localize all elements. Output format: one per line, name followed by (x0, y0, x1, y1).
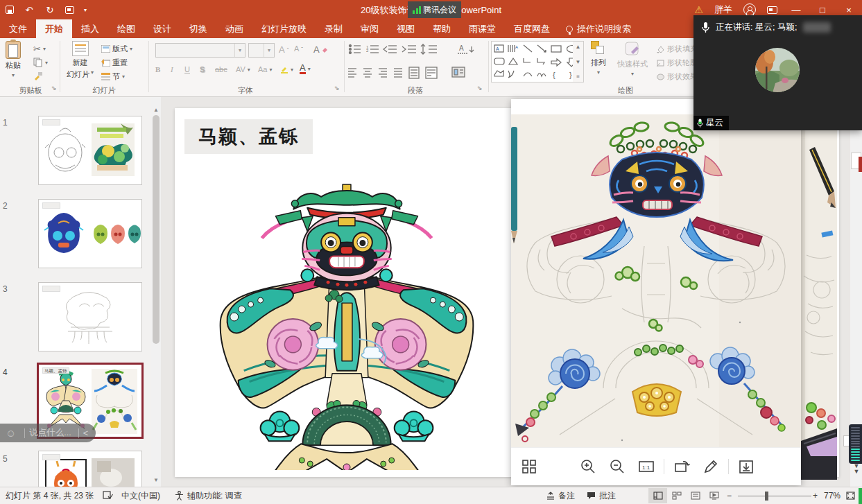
font-size-combo[interactable]: ▾ (248, 43, 275, 58)
fit-slide-to-window-button[interactable] (846, 487, 855, 504)
new-slide-button[interactable]: 新建 幻灯片▾ (67, 41, 94, 80)
comments-toggle[interactable]: 批注 (587, 487, 616, 504)
slide-sorter-view-button[interactable] (667, 488, 686, 503)
shape-outline-button[interactable]: 形状轮廓 (656, 58, 698, 68)
tab-review[interactable]: 审阅 (352, 19, 388, 38)
shape-fill-button[interactable]: 形状填充 (656, 44, 698, 54)
blurred-participant-name (803, 22, 831, 33)
zoom-out-icon[interactable] (609, 458, 626, 475)
section-button[interactable]: 节▾ (101, 71, 125, 82)
paste-icon (6, 41, 21, 59)
paragraph-buttons[interactable]: 12 A (348, 44, 484, 80)
slideshow-preview-icon[interactable] (65, 6, 74, 14)
tab-record[interactable]: 录制 (316, 19, 352, 38)
language-status[interactable]: 中文(中国) (121, 487, 160, 504)
photo-viewer-window[interactable]: 1:1 (511, 99, 801, 485)
spell-check-icon[interactable] (103, 487, 113, 504)
zoom-in-icon[interactable] (580, 458, 596, 475)
reading-view-button[interactable] (686, 488, 705, 503)
emoji-smiley-icon[interactable]: ☺ (6, 427, 16, 439)
zoom-slider-track[interactable] (738, 496, 811, 496)
chat-input-placeholder[interactable]: 说点什么... (29, 427, 71, 439)
highlight-color-button[interactable]: ▾ (280, 65, 293, 73)
tab-design[interactable]: 设计 (144, 19, 180, 38)
tab-baidu-netdisk[interactable]: 百度网盘 (505, 19, 559, 38)
shape-effects-button[interactable]: 形状效果 (656, 71, 698, 82)
underline-button[interactable]: U (184, 65, 190, 73)
zoom-in-control[interactable]: + (813, 487, 818, 504)
minimize-button[interactable]: — (788, 5, 804, 15)
thumbnail-panel-scrollbar[interactable]: ▲ ▼ (151, 97, 161, 487)
qat-customize-caret[interactable]: ▾ (84, 7, 87, 13)
paste-button[interactable]: 粘贴▾ (6, 41, 21, 78)
tab-file[interactable]: 文件 (0, 19, 36, 38)
tab-yuketang[interactable]: 雨课堂 (460, 19, 505, 38)
download-icon[interactable] (738, 458, 755, 475)
tencent-meeting-panel[interactable]: 正在讲话: 星云; 马颖; 星云 (693, 15, 862, 130)
paragraph-dialog-launcher[interactable]: ⇘ (477, 85, 483, 92)
rotate-icon[interactable] (673, 458, 690, 475)
edit-pencil-icon[interactable] (702, 458, 719, 475)
next-slide-button[interactable]: ▼▼ (852, 463, 861, 474)
notes-toggle[interactable]: 备注 (546, 487, 575, 504)
italic-button[interactable]: I (171, 65, 173, 73)
tab-transitions[interactable]: 切换 (180, 19, 216, 38)
shapes-gallery[interactable]: A A { } (491, 41, 584, 82)
tab-help[interactable]: 帮助 (424, 19, 460, 38)
font-name-combo[interactable]: ▾ (155, 43, 245, 58)
tab-home[interactable]: 开始 (36, 19, 72, 38)
slideshow-view-button[interactable] (705, 488, 723, 503)
tab-view[interactable]: 视图 (388, 19, 424, 38)
clear-formatting-button[interactable]: A (313, 44, 328, 55)
slide-title[interactable]: 马颖、孟铄 (184, 119, 313, 154)
cut-button[interactable]: ✂▾ (33, 44, 46, 54)
zoom-out-control[interactable]: − (727, 487, 732, 504)
bold-button[interactable]: B (155, 65, 160, 73)
clipboard-dialog-launcher[interactable]: ⇘ (51, 85, 57, 92)
change-case-button[interactable]: Aa▾ (258, 65, 272, 73)
copy-button[interactable]: ▾ (33, 58, 48, 67)
accessibility-status[interactable]: 辅助功能: 调查 (175, 487, 242, 504)
thumbnail-grid-icon[interactable] (521, 458, 537, 475)
tab-animations[interactable]: 动画 (216, 19, 252, 38)
shapes-gallery-scroll[interactable]: ▲▼≡ (573, 41, 584, 82)
layout-button[interactable]: 版式▾ (101, 44, 132, 54)
actual-size-icon[interactable]: 1:1 (638, 458, 655, 475)
undo-icon[interactable]: ↶ (24, 5, 35, 15)
slide-thumbnail-2[interactable] (38, 199, 142, 268)
tab-slideshow[interactable]: 幻灯片放映 (252, 19, 316, 38)
shrink-font-button[interactable]: Aˇ (294, 44, 303, 53)
meeting-chat-bar[interactable]: ☺ 说点什么... < (0, 424, 96, 442)
ribbon-display-options-icon[interactable] (767, 6, 777, 14)
slide-thumbnail-5[interactable] (38, 451, 142, 487)
tab-draw[interactable]: 绘图 (108, 19, 144, 38)
character-spacing-button[interactable]: AV▾ (236, 65, 250, 73)
close-button[interactable]: × (841, 5, 856, 15)
tencent-meeting-badge[interactable]: 腾讯会议 (408, 1, 461, 18)
slide-counter[interactable]: 幻灯片 第 4 张, 共 23 张 (6, 487, 94, 504)
arrange-button[interactable]: 排列▾ (591, 41, 606, 76)
reset-button[interactable]: 重置 (101, 58, 128, 68)
quick-styles-button[interactable]: 快速样式▾ (617, 41, 648, 77)
chat-collapse-button[interactable]: < (83, 428, 89, 438)
user-name[interactable]: 胖羊 (714, 3, 732, 16)
zoom-slider-thumb[interactable] (765, 492, 768, 501)
zoom-percentage[interactable]: 77% (824, 487, 841, 504)
font-dialog-launcher[interactable]: ⇘ (334, 85, 340, 92)
redo-icon[interactable]: ↻ (44, 5, 55, 15)
slide-thumbnail-1[interactable] (38, 116, 142, 185)
warning-icon[interactable]: ⚠ (694, 4, 703, 15)
tab-insert[interactable]: 插入 (72, 19, 108, 38)
format-painter-button[interactable] (33, 71, 43, 80)
slide-thumbnail-3[interactable] (38, 282, 142, 351)
grow-font-button[interactable]: Aˆ (279, 44, 288, 55)
tell-me-search[interactable]: 操作说明搜索 (559, 19, 638, 38)
thumbnail-scrollbar-thumb[interactable] (153, 115, 160, 344)
account-avatar-icon[interactable] (743, 3, 756, 16)
save-icon[interactable] (6, 6, 14, 14)
strikethrough-button[interactable]: abc (215, 65, 227, 73)
font-color-button[interactable]: A ▾ (300, 64, 311, 74)
text-shadow-button[interactable]: S (200, 65, 205, 73)
restore-button[interactable]: □ (815, 5, 830, 15)
normal-view-button[interactable] (648, 488, 667, 503)
